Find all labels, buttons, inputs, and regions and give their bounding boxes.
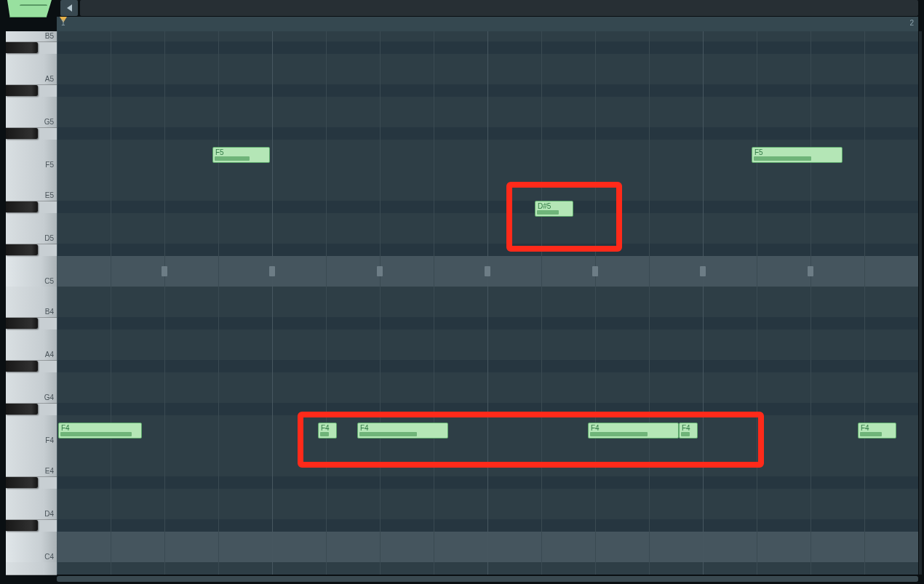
key-C5[interactable]: C5 <box>6 256 57 287</box>
highlight-box-2 <box>298 412 764 468</box>
key-F#4[interactable] <box>6 404 38 415</box>
gridline <box>811 31 811 575</box>
note-F4[interactable]: F4 <box>858 423 896 439</box>
note-F5[interactable]: F5 <box>752 147 843 163</box>
key-F5[interactable]: F5 <box>6 140 57 171</box>
key-C#4[interactable] <box>6 520 38 531</box>
gridline <box>218 31 219 575</box>
beat-tick <box>592 266 598 276</box>
key-label: B4 <box>45 308 54 316</box>
piano-keyboard[interactable]: B5A5G5F5E5D5C5B4A4G4F4E4D4C4 <box>6 31 57 575</box>
gridline <box>541 31 542 575</box>
key-A4[interactable]: A4 <box>6 329 57 361</box>
key-E5[interactable]: E5 <box>6 170 57 201</box>
key-B4[interactable]: B4 <box>6 287 57 318</box>
key-label: C4 <box>44 553 54 561</box>
beat-tick <box>808 266 813 276</box>
key-G5[interactable]: G5 <box>6 97 57 128</box>
key-B3[interactable] <box>6 562 57 575</box>
gridline <box>380 31 381 575</box>
chevron-left-icon <box>67 4 72 12</box>
scroll-thumb[interactable] <box>57 576 918 582</box>
key-G#5[interactable] <box>6 85 38 96</box>
key-F4[interactable]: F4 <box>6 415 57 447</box>
velocity-bar <box>754 156 811 161</box>
key-G4[interactable]: G4 <box>6 372 57 404</box>
note-grid[interactable]: F5F5D#5F4F4F4F4F4F4 <box>57 31 918 575</box>
gridline <box>757 31 757 575</box>
timeline-ruler[interactable]: 1 2 <box>57 17 918 31</box>
key-label: F5 <box>45 161 54 169</box>
note-label: F4 <box>61 424 70 432</box>
key-label: D4 <box>44 510 54 518</box>
key-D5[interactable]: D5 <box>6 213 57 244</box>
velocity-bar <box>60 432 132 436</box>
gridline <box>487 31 488 575</box>
gridline <box>595 31 596 575</box>
ruler-mark-1: 1 <box>61 19 65 27</box>
note-label: F5 <box>215 148 224 156</box>
beat-tick <box>269 266 275 276</box>
piano-roll: { "ruler": { "mark_1": "1", "mark_2": "2… <box>0 0 924 584</box>
key-D#5[interactable] <box>6 201 38 212</box>
key-label: G5 <box>44 118 54 126</box>
key-G#4[interactable] <box>6 361 38 372</box>
gridline <box>164 31 165 575</box>
note-label: F5 <box>754 148 763 156</box>
scrollbar-horizontal[interactable] <box>57 576 918 582</box>
key-label: E5 <box>45 191 54 199</box>
note-label: F4 <box>861 424 869 432</box>
slide-icon <box>20 4 47 13</box>
back-button[interactable] <box>60 0 78 16</box>
key-label: F4 <box>45 436 54 444</box>
beat-tick <box>377 266 383 276</box>
title-bar[interactable] <box>80 0 918 16</box>
highlight-box-1 <box>506 182 622 252</box>
key-label: G4 <box>44 393 54 401</box>
key-F#5[interactable] <box>6 128 38 139</box>
key-A5[interactable]: A5 <box>6 54 57 85</box>
scrollbar-vertical[interactable] <box>919 31 922 575</box>
key-label: A5 <box>45 75 54 83</box>
beat-tick <box>162 266 167 276</box>
key-C4[interactable]: C4 <box>6 532 57 563</box>
ruler-mark-2: 2 <box>909 19 914 27</box>
gridline <box>703 31 704 575</box>
gridline <box>326 31 327 575</box>
key-D4[interactable]: D4 <box>6 489 57 520</box>
note-F4[interactable]: F4 <box>58 423 142 439</box>
gridline <box>111 31 111 575</box>
gridline <box>434 31 434 575</box>
velocity-bar <box>215 156 250 161</box>
key-B5[interactable]: B5 <box>6 31 57 42</box>
key-A#5[interactable] <box>6 42 38 53</box>
key-label: B5 <box>45 32 54 40</box>
key-label: E4 <box>45 467 54 475</box>
velocity-bar <box>860 432 882 436</box>
tool-tab[interactable] <box>7 0 52 17</box>
beat-tick <box>485 266 490 276</box>
beat-tick <box>700 266 706 276</box>
gridline <box>57 31 57 575</box>
key-label: C5 <box>44 277 54 285</box>
gridline <box>864 31 865 575</box>
key-D#4[interactable] <box>6 477 38 488</box>
key-A#4[interactable] <box>6 318 38 329</box>
gridline <box>649 31 650 575</box>
gridline <box>272 31 273 575</box>
key-label: D5 <box>44 234 54 242</box>
key-C#5[interactable] <box>6 244 38 255</box>
note-F5[interactable]: F5 <box>212 147 270 163</box>
key-label: A4 <box>45 351 54 359</box>
key-E4[interactable]: E4 <box>6 446 57 477</box>
